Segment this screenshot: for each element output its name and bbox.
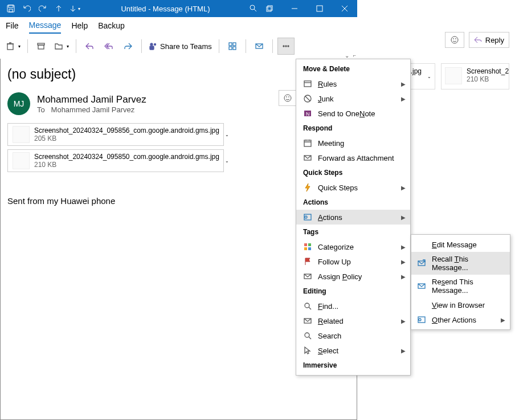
- submenu-arrow-icon: ▶: [401, 318, 406, 324]
- window-popout-button[interactable]: [257, 0, 282, 17]
- chevron-down-icon[interactable]: ⌄: [225, 132, 229, 137]
- submenu-arrow-icon: ▶: [401, 348, 406, 354]
- svg-point-11: [154, 44, 156, 46]
- cursor-icon: [303, 346, 312, 355]
- menu-item-view-browser[interactable]: View in Browser: [411, 297, 510, 312]
- menu-section-quicksteps: Quick Steps: [296, 165, 410, 180]
- menu-item-rules[interactable]: Rules▶: [296, 76, 410, 91]
- rules-icon: [303, 79, 312, 88]
- save-button[interactable]: [3, 0, 18, 17]
- reply-button-pane[interactable]: Reply: [469, 32, 509, 48]
- redo-button[interactable]: [35, 0, 50, 17]
- submenu-arrow-icon: ▶: [501, 317, 505, 323]
- svg-point-42: [305, 333, 309, 337]
- menu-item-followup[interactable]: Follow Up▶: [296, 254, 410, 269]
- next-item-button[interactable]: ▾: [67, 0, 82, 17]
- submenu-arrow-icon: ▶: [401, 274, 406, 280]
- blank-icon: [417, 300, 426, 309]
- archive-button[interactable]: [32, 38, 50, 55]
- share-to-teams-button[interactable]: Share to Teams: [146, 38, 214, 55]
- react-icon[interactable]: [279, 90, 297, 106]
- flag-icon: [303, 257, 312, 266]
- react-button[interactable]: [445, 32, 464, 48]
- prev-item-button[interactable]: [51, 0, 66, 17]
- menu-item-resend-message[interactable]: Resend This Message...: [411, 275, 510, 297]
- menu-item-junk[interactable]: Junk▶: [296, 91, 410, 106]
- svg-rect-1: [9, 5, 13, 7]
- svg-point-25: [287, 97, 287, 97]
- svg-point-21: [451, 36, 458, 43]
- delete-button[interactable]: ▾: [3, 38, 23, 55]
- quick-access-toolbar: ▾: [0, 0, 82, 17]
- onenote-icon: N: [303, 109, 312, 118]
- menu-item-edit-message[interactable]: Edit Message: [411, 237, 510, 252]
- svg-rect-33: [304, 214, 311, 220]
- window-controls: [257, 0, 357, 17]
- attachment-card[interactable]: Screenshot_20240324_095856_com.google.an…: [7, 123, 224, 146]
- junk-icon: [303, 94, 312, 103]
- resend-icon: [417, 282, 426, 291]
- related-icon: [303, 316, 312, 325]
- thumbnail-icon: [13, 152, 30, 169]
- menu-item-recall-message[interactable]: Recall This Message...: [411, 252, 510, 275]
- menu-item-meeting[interactable]: Meeting: [296, 136, 410, 150]
- svg-rect-5: [268, 6, 272, 10]
- attachment-name: Screenshot_20240324_095850_com.google.an…: [34, 153, 219, 161]
- menu-item-find[interactable]: Find...: [296, 299, 410, 313]
- actions-icon: [417, 315, 426, 324]
- apps-button[interactable]: [224, 38, 241, 55]
- undo-button[interactable]: [19, 0, 34, 17]
- menu-item-assign-policy[interactable]: Assign Policy▶: [296, 269, 410, 284]
- tab-message[interactable]: Message: [29, 18, 62, 34]
- menu-item-actions[interactable]: Actions▶: [296, 210, 410, 225]
- chevron-down-icon[interactable]: ⌄: [225, 158, 229, 164]
- svg-point-23: [455, 39, 456, 39]
- search-button[interactable]: [249, 4, 257, 14]
- expand-ribbon-button[interactable]: ⌄: [345, 52, 349, 59]
- svg-point-26: [289, 97, 289, 97]
- svg-rect-31: [304, 140, 311, 146]
- svg-point-34: [305, 216, 307, 218]
- menu-item-select[interactable]: Select▶: [296, 343, 410, 358]
- move-button[interactable]: ▾: [52, 38, 71, 55]
- tab-backup[interactable]: Backup: [98, 18, 125, 33]
- reply-button[interactable]: [81, 38, 98, 55]
- separator: [76, 39, 76, 53]
- menu-item-quicksteps[interactable]: Quick Steps▶: [296, 180, 410, 195]
- collapse-ribbon-icon[interactable]: ⌐: [353, 52, 356, 58]
- minimize-button[interactable]: [282, 0, 307, 17]
- menu-section-tags: Tags: [296, 225, 410, 239]
- forward-button[interactable]: [120, 38, 137, 55]
- titlebar: ▾ Untitled - Message (HTML): [0, 0, 357, 17]
- menu-item-search[interactable]: Search: [296, 328, 410, 343]
- svg-text:N: N: [306, 111, 310, 117]
- tab-file[interactable]: File: [6, 18, 19, 33]
- attachment-peek-1[interactable]: s.jpg⌄: [410, 63, 435, 89]
- menu-section-move-delete: Move & Delete: [296, 62, 410, 76]
- menu-item-categorize[interactable]: Categorize▶: [296, 239, 410, 254]
- maximize-button[interactable]: [307, 0, 332, 17]
- sender-avatar[interactable]: MJ: [7, 92, 30, 115]
- attachment-card[interactable]: Screenshot_20240324_095850_com.google.an…: [7, 149, 224, 172]
- read-aloud-button[interactable]: [251, 38, 268, 55]
- peek2-size: 210 KB: [467, 75, 509, 83]
- menu-item-other-actions[interactable]: Other Actions▶: [411, 312, 510, 327]
- menu-item-related[interactable]: Related▶: [296, 313, 410, 328]
- menu-item-forward-attachment[interactable]: Forward as Attachment: [296, 150, 410, 165]
- window-title: Untitled - Message (HTML): [82, 5, 249, 13]
- attachment-size: 210 KB: [34, 161, 219, 169]
- close-button[interactable]: [332, 0, 357, 17]
- actions-icon: [303, 213, 312, 222]
- svg-point-24: [284, 95, 291, 101]
- to-label: To: [37, 105, 45, 114]
- reading-pane-attachments-peek: s.jpg⌄ Screenshot_202210 KB: [410, 63, 515, 89]
- more-commands-button[interactable]: [277, 38, 295, 55]
- peek2-name: Screenshot_202: [467, 67, 509, 75]
- peek1-name: s.jpg: [410, 67, 422, 75]
- svg-rect-36: [308, 243, 311, 246]
- attachment-peek-2[interactable]: Screenshot_202210 KB: [441, 63, 509, 89]
- reply-all-button[interactable]: [100, 38, 117, 55]
- tab-help[interactable]: Help: [71, 18, 88, 33]
- menu-item-onenote[interactable]: NSend to OneNote: [296, 106, 410, 121]
- actions-submenu: Edit Message Recall This Message... Rese…: [411, 234, 510, 330]
